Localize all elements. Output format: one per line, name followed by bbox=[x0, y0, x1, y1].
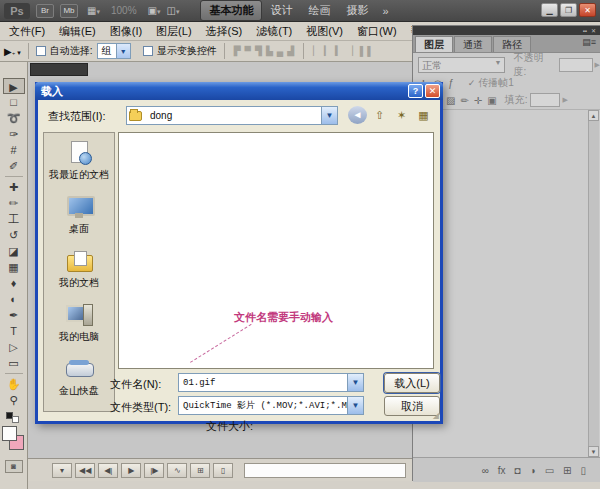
chevron-down-icon[interactable]: ▼ bbox=[116, 44, 130, 58]
chevron-down-icon[interactable]: ▼ bbox=[321, 107, 337, 124]
lock-transparent-pixels-icon[interactable]: ▨ bbox=[446, 95, 455, 106]
workspace-photography[interactable]: 摄影 bbox=[338, 1, 376, 20]
workspace-painting[interactable]: 绘画 bbox=[300, 1, 338, 20]
screen-mode-icon[interactable]: ◫▾ bbox=[167, 5, 180, 16]
quick-mask-mode-button[interactable]: ◙ bbox=[5, 460, 23, 473]
brush-tool[interactable]: ✏ bbox=[3, 195, 25, 211]
place-recent-documents[interactable]: 我最近的文档 bbox=[44, 133, 114, 187]
cancel-button[interactable]: 取消 bbox=[384, 396, 440, 416]
place-kuaipan[interactable]: 金山快盘 bbox=[44, 349, 114, 403]
menu-layer[interactable]: 图层(L) bbox=[149, 23, 198, 40]
tab-paths[interactable]: 路径 bbox=[493, 36, 531, 52]
dialog-close-button[interactable]: ✕ bbox=[425, 84, 440, 98]
tween-frames-button[interactable]: ∿ bbox=[167, 463, 187, 478]
layers-scrollbar[interactable]: ▲ ▼ bbox=[588, 110, 599, 457]
animation-menu-button[interactable]: ▾ bbox=[52, 463, 72, 478]
propagate-frame-checkbox[interactable]: ✓ bbox=[468, 78, 476, 88]
duplicate-frame-button[interactable]: ⊞ bbox=[190, 463, 210, 478]
align-horizontal-centers-icon[interactable]: ▄ bbox=[275, 46, 285, 56]
distribute-right-edges-icon[interactable]: ▌ bbox=[365, 46, 375, 56]
delete-layer-icon[interactable]: ▯ bbox=[580, 465, 586, 476]
place-desktop[interactable]: 桌面 bbox=[44, 187, 114, 241]
menu-filter[interactable]: 滤镜(T) bbox=[249, 23, 299, 40]
auto-select-target-dropdown[interactable]: 组 ▼ bbox=[97, 43, 131, 59]
eraser-tool[interactable]: ◪ bbox=[3, 243, 25, 259]
close-panel-icon[interactable]: ✕ bbox=[591, 28, 596, 34]
resize-grip-icon[interactable]: ◢ bbox=[433, 411, 439, 420]
new-group-icon[interactable]: ▭ bbox=[545, 465, 554, 476]
lock-all-icon[interactable]: ▣ bbox=[487, 95, 496, 106]
dodge-tool[interactable]: ◐ bbox=[3, 291, 25, 307]
align-bottom-edges-icon[interactable]: ▜ bbox=[253, 46, 264, 56]
load-button[interactable]: 载入(L) bbox=[384, 373, 440, 393]
foreground-color-swatch[interactable] bbox=[2, 426, 17, 441]
align-left-edges-icon[interactable]: ▙ bbox=[264, 46, 275, 56]
distribute-left-edges-icon[interactable]: ▕ bbox=[344, 46, 355, 56]
opacity-value-box[interactable] bbox=[559, 58, 593, 72]
look-in-dropdown[interactable]: dong ▼ bbox=[126, 106, 338, 125]
scroll-up-icon[interactable]: ▲ bbox=[588, 110, 599, 121]
clone-stamp-tool[interactable]: 工 bbox=[3, 211, 25, 227]
menu-view[interactable]: 视图(V) bbox=[299, 23, 350, 40]
view-menu-icon[interactable]: ▦ bbox=[414, 106, 433, 124]
place-my-computer[interactable]: 我的电脑 bbox=[44, 295, 114, 349]
move-tool-preset-icon[interactable]: ▶₊ ▾ bbox=[4, 46, 21, 57]
file-list-area[interactable] bbox=[118, 132, 434, 369]
link-layers-icon[interactable]: ∞ bbox=[482, 465, 489, 476]
hand-tool[interactable]: ✋ bbox=[3, 376, 25, 392]
blend-mode-dropdown[interactable]: 正常▼ bbox=[418, 57, 505, 73]
lock-image-pixels-icon[interactable]: ✏ bbox=[460, 95, 468, 106]
create-new-folder-icon[interactable]: ✶ bbox=[392, 106, 411, 124]
panel-menu-icon[interactable]: ▤≡ bbox=[582, 37, 596, 47]
menu-image[interactable]: 图像(I) bbox=[103, 23, 149, 40]
menu-file[interactable]: 文件(F) bbox=[2, 23, 52, 40]
delete-frame-button[interactable]: ▯ bbox=[213, 463, 233, 478]
workspace-overflow-chevron[interactable]: » bbox=[382, 5, 388, 17]
chevron-down-icon[interactable]: ▼ bbox=[347, 397, 363, 414]
launch-mini-bridge-button[interactable]: Mb bbox=[60, 4, 78, 18]
dialog-title-bar[interactable]: 载入 ? ✕ bbox=[35, 82, 443, 100]
adjustment-layer-icon[interactable]: ◑ bbox=[530, 465, 536, 476]
collapse-panel-icon[interactable]: ▪▪ bbox=[583, 28, 587, 34]
distribute-top-edges-icon[interactable]: ▏ bbox=[311, 46, 322, 56]
file-name-combo[interactable]: 01.gif ▼ bbox=[178, 373, 364, 392]
chevron-down-icon[interactable]: ▼ bbox=[347, 374, 363, 391]
tab-layers[interactable]: 图层 bbox=[415, 36, 453, 52]
unify-layer-style-icon[interactable]: ƒ bbox=[448, 78, 454, 89]
layer-style-icon[interactable]: fx bbox=[498, 465, 506, 476]
previous-frame-button[interactable]: ◀| bbox=[98, 463, 118, 478]
default-colors-icon[interactable] bbox=[6, 412, 22, 424]
quick-selection-tool[interactable]: ✑ bbox=[3, 126, 25, 142]
horizontal-type-tool[interactable]: T bbox=[3, 323, 25, 339]
animation-timeline-strip[interactable] bbox=[244, 463, 406, 478]
arrange-documents-icon[interactable]: ▣▾ bbox=[148, 5, 161, 16]
launch-bridge-button[interactable]: Br bbox=[36, 4, 54, 18]
gradient-tool[interactable]: ▦ bbox=[3, 259, 25, 275]
play-button[interactable]: ▶ bbox=[121, 463, 141, 478]
distribute-horizontal-centers-icon[interactable]: ▐ bbox=[355, 46, 365, 56]
restore-button[interactable]: ❐ bbox=[560, 3, 577, 17]
place-my-documents[interactable]: 我的文档 bbox=[44, 241, 114, 295]
next-frame-button[interactable]: |▶ bbox=[144, 463, 164, 478]
zoom-level-value[interactable]: 100% bbox=[111, 5, 137, 16]
lasso-tool[interactable]: ➰ bbox=[3, 110, 25, 126]
workspace-essentials[interactable]: 基本功能 bbox=[200, 0, 262, 21]
help-button[interactable]: ? bbox=[408, 84, 423, 98]
auto-select-checkbox[interactable] bbox=[36, 46, 46, 56]
path-selection-tool[interactable]: ▷ bbox=[3, 339, 25, 355]
fill-value-box[interactable] bbox=[530, 93, 560, 107]
zoom-tool[interactable]: ⚲ bbox=[3, 392, 25, 408]
fill-slider-arrow-icon[interactable]: ▶ bbox=[562, 96, 567, 104]
menu-select[interactable]: 选择(S) bbox=[199, 23, 250, 40]
opacity-slider-arrow-icon[interactable]: ▶ bbox=[595, 61, 600, 69]
rectangle-tool[interactable]: ▭ bbox=[3, 355, 25, 371]
blur-tool[interactable]: ♦ bbox=[3, 275, 25, 291]
distribute-bottom-edges-icon[interactable]: ▍ bbox=[333, 46, 344, 56]
minimize-button[interactable]: ▁ bbox=[541, 3, 558, 17]
menu-window[interactable]: 窗口(W) bbox=[350, 23, 404, 40]
add-layer-mask-icon[interactable]: ◘ bbox=[515, 465, 521, 476]
view-extras-icon[interactable]: ▦▾ bbox=[87, 5, 100, 16]
spot-healing-brush-tool[interactable]: ✚ bbox=[3, 179, 25, 195]
menu-edit[interactable]: 编辑(E) bbox=[52, 23, 103, 40]
show-transform-controls-checkbox[interactable] bbox=[143, 46, 153, 56]
